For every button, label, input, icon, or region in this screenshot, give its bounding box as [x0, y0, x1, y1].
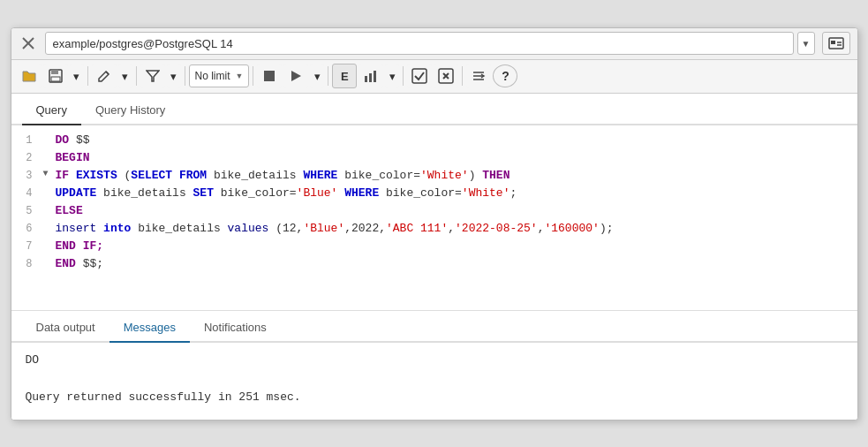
connection-manager-btn[interactable] [822, 32, 850, 55]
line-num-2: 2 [11, 151, 43, 164]
line-content-5: ELSE [56, 204, 857, 217]
code-line-2: 2 BEGIN [11, 150, 857, 168]
line-num-3: 3 [11, 169, 43, 182]
line-num-1: 1 [11, 133, 43, 147]
title-bar: example/postgres@PostgreSQL 14 ▼ [11, 28, 857, 60]
line-content-6: insert into bike_details values (12,'Blu… [56, 222, 857, 235]
code-line-4: 4 UPDATE bike_details SET bike_color='Bl… [11, 186, 857, 203]
svg-rect-13 [369, 73, 372, 82]
svg-marker-9 [147, 71, 159, 81]
svg-rect-8 [51, 77, 60, 81]
connection-text: example/postgres@PostgreSQL 14 [45, 32, 794, 55]
explain-btn[interactable]: E [332, 64, 357, 88]
line-content-7: END IF; [56, 239, 857, 253]
connection-dropdown-btn[interactable]: ▼ [797, 32, 815, 55]
line-content-3: IF EXISTS (SELECT FROM bike_details WHER… [56, 169, 857, 182]
sep3 [185, 66, 185, 86]
help-btn[interactable]: ? [493, 64, 517, 87]
run-dropdown-btn[interactable]: ▾ [310, 64, 324, 88]
save-btn[interactable] [43, 64, 68, 88]
line-num-5: 5 [11, 204, 43, 217]
line-num-4: 4 [11, 186, 43, 200]
svg-rect-14 [374, 71, 376, 82]
limit-dropdown[interactable]: No limit ▼ [189, 64, 250, 87]
toolbar: ▾ ▾ ▾ No limit ▼ [11, 60, 857, 94]
line-arrow-3: ▼ [43, 169, 56, 178]
line-num-7: 7 [11, 239, 43, 253]
sep1 [87, 66, 88, 86]
edit-btn[interactable] [92, 64, 117, 88]
output-area: DO Query returned successfully in 251 ms… [11, 343, 857, 420]
code-line-8: 8 END $$; [11, 256, 857, 274]
line-content-2: BEGIN [56, 151, 857, 164]
line-num-6: 6 [11, 222, 43, 235]
data-output-tab[interactable]: Data output [22, 314, 109, 343]
sep5 [328, 66, 328, 86]
filter-btn[interactable] [140, 64, 165, 88]
save-dropdown-btn[interactable]: ▾ [70, 64, 84, 88]
svg-rect-3 [831, 41, 835, 44]
code-line-3: 3 ▼ IF EXISTS (SELECT FROM bike_details … [11, 168, 857, 186]
limit-dropdown-arrow: ▼ [236, 72, 244, 80]
sep6 [403, 66, 404, 86]
commit-btn[interactable] [407, 64, 432, 88]
query-history-tab[interactable]: Query History [81, 96, 179, 125]
output-line-2 [26, 372, 843, 385]
rollback-btn[interactable] [434, 64, 458, 88]
line-content-1: DO $$ [56, 133, 857, 147]
query-tabs-bar: Query Query History [11, 94, 857, 125]
sep7 [462, 66, 463, 86]
macros-btn[interactable] [466, 64, 491, 88]
run-btn[interactable] [283, 64, 308, 88]
chart-dropdown-btn[interactable]: ▾ [385, 64, 399, 88]
query-tab[interactable]: Query [22, 96, 81, 125]
stop-btn[interactable] [257, 64, 282, 88]
output-line-1: DO [26, 353, 843, 367]
main-window: example/postgres@PostgreSQL 14 ▼ [11, 27, 858, 420]
svg-rect-7 [51, 70, 58, 74]
edit-dropdown-btn[interactable]: ▾ [118, 64, 132, 88]
result-tabs-bar: Data output Messages Notifications [11, 311, 857, 343]
code-line-6: 6 insert into bike_details values (12,'B… [11, 221, 857, 239]
line-content-4: UPDATE bike_details SET bike_color='Blue… [56, 186, 857, 200]
open-file-btn[interactable] [17, 64, 42, 88]
svg-rect-15 [412, 69, 426, 83]
line-content-8: END $$; [56, 257, 857, 270]
code-editor[interactable]: 1 DO $$ 2 BEGIN 3 ▼ IF EXISTS (SELECT FR… [11, 125, 857, 311]
line-num-8: 8 [11, 257, 43, 270]
sep2 [136, 66, 137, 86]
chart-btn[interactable] [359, 64, 383, 88]
svg-rect-10 [264, 71, 275, 81]
svg-marker-11 [291, 71, 301, 81]
code-line-1: 1 DO $$ [11, 133, 857, 150]
svg-rect-12 [365, 76, 367, 82]
messages-tab[interactable]: Messages [109, 314, 190, 343]
output-line-3: Query returned successfully in 251 msec. [26, 390, 843, 404]
code-line-7: 7 END IF; [11, 239, 857, 256]
notifications-tab[interactable]: Notifications [190, 314, 281, 343]
limit-label: No limit [195, 70, 230, 82]
code-line-5: 5 ELSE [11, 203, 857, 221]
filter-dropdown-btn[interactable]: ▾ [167, 64, 181, 88]
app-icon [19, 34, 38, 53]
sep4 [253, 66, 253, 86]
